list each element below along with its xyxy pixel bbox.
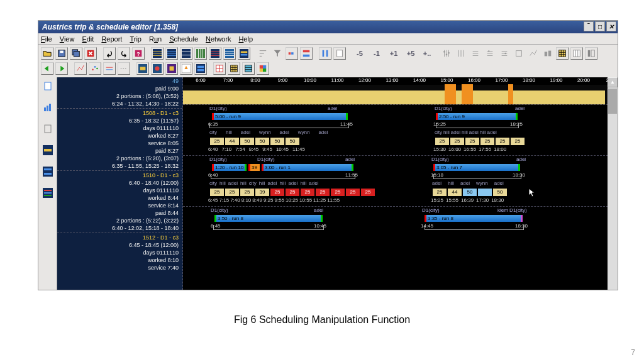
scroll-up-icon[interactable]: ▲ — [608, 77, 618, 87]
wiz2-icon[interactable] — [151, 62, 164, 75]
plus5-icon[interactable]: +5 — [403, 47, 418, 60]
grid-red-icon[interactable] — [213, 62, 226, 75]
scroll-thumb[interactable] — [608, 89, 617, 114]
page-icon[interactable] — [42, 123, 54, 135]
wiz3-icon[interactable] — [165, 62, 178, 75]
timeline3-icon[interactable] — [42, 187, 54, 199]
plusminus-icon[interactable]: +.. — [420, 47, 434, 60]
doc-icon[interactable] — [42, 80, 54, 92]
open-icon[interactable] — [41, 47, 53, 60]
stop-label: adel — [515, 106, 525, 111]
scatter-icon[interactable] — [89, 62, 101, 75]
save-icon[interactable] — [55, 47, 68, 60]
grid2-icon[interactable] — [165, 47, 178, 60]
run-bar[interactable]: 3:05 - run 7 — [433, 164, 520, 171]
arrow-left-icon[interactable] — [41, 62, 53, 75]
grid-multi-icon[interactable] — [257, 62, 269, 75]
grid6-icon[interactable] — [223, 47, 236, 60]
menu-view[interactable]: View — [60, 35, 75, 43]
label: service 8:05 — [57, 140, 182, 147]
svg-rect-33 — [588, 50, 591, 57]
tune8-icon[interactable] — [541, 47, 554, 60]
menu-network[interactable]: Network — [206, 35, 231, 43]
time-ruler: 6:007:008:009:0010:0011:0012:0013:0014:0… — [183, 77, 618, 85]
arrow-right-icon[interactable] — [55, 62, 68, 75]
run-bar[interactable]: 2:50 - run 9 — [436, 113, 518, 120]
grid4-icon[interactable] — [194, 47, 207, 60]
menu-trip[interactable]: Trip — [130, 35, 142, 43]
filter-icon[interactable] — [271, 47, 284, 60]
wiz5-icon[interactable] — [194, 62, 207, 75]
minus1-icon[interactable]: -1 — [369, 47, 384, 60]
color1-icon[interactable] — [286, 47, 298, 60]
tune4-icon[interactable] — [484, 47, 496, 60]
timeline1-icon[interactable] — [42, 144, 54, 156]
grid1-icon[interactable] — [151, 47, 164, 60]
new-doc-icon[interactable] — [333, 47, 346, 60]
plus1-icon[interactable]: +1 — [386, 47, 401, 60]
page-number: 7 — [631, 348, 635, 357]
table1-icon[interactable] — [556, 47, 569, 60]
tune5-icon[interactable] — [498, 47, 511, 60]
undo-icon[interactable] — [103, 47, 116, 60]
delete-icon[interactable] — [84, 47, 97, 60]
grid-table-icon[interactable] — [228, 62, 240, 75]
menu-file[interactable]: File — [41, 35, 52, 43]
tune1-icon[interactable] — [440, 47, 453, 60]
gap-bar[interactable]: 39 — [248, 164, 260, 171]
dots-icon[interactable] — [118, 62, 130, 75]
timeline2-icon[interactable] — [42, 165, 54, 178]
chart-icon[interactable] — [42, 101, 54, 114]
menu-schedule[interactable]: Schedule — [169, 35, 198, 43]
svg-rect-52 — [263, 65, 266, 69]
vertical-scrollbar[interactable]: ▲ — [608, 77, 618, 290]
label: 6:45 - 18:45 (12:00) — [57, 241, 182, 249]
run-bar[interactable]: 3:00 - run 1 — [262, 164, 353, 171]
minus5-icon[interactable]: -5 — [352, 47, 367, 60]
maximize-button[interactable]: □ — [595, 21, 605, 31]
grid3-icon[interactable] — [180, 47, 192, 60]
panel-icon[interactable] — [585, 47, 597, 60]
run-bar[interactable]: 3:50 - run 8 — [214, 215, 323, 222]
table2-icon[interactable] — [570, 47, 583, 60]
wiz1-icon[interactable] — [136, 62, 149, 75]
tune7-icon[interactable] — [527, 47, 540, 60]
help-icon[interactable]: ? — [132, 47, 145, 60]
run-bar[interactable]: 5:00 - run 9 — [212, 113, 348, 120]
redo-icon[interactable] — [118, 47, 130, 60]
label: service 7:40 — [57, 264, 182, 272]
menu-edit[interactable]: Edit — [82, 35, 94, 43]
save-all-icon[interactable] — [70, 47, 82, 60]
lines-icon[interactable] — [103, 62, 116, 75]
menu-run[interactable]: Run — [149, 35, 162, 43]
stop-label: adel — [345, 156, 355, 162]
dwell-boxes: 252525252525 — [435, 138, 525, 145]
menu-report[interactable]: Report — [101, 35, 122, 43]
minimize-button[interactable]: ‾ — [584, 21, 594, 31]
run-bar[interactable]: 3:35 - run 8 — [425, 215, 523, 222]
tune3-icon[interactable] — [469, 47, 482, 60]
run-bar[interactable]: 1:20 - run 10 — [212, 164, 247, 171]
line-plot-icon[interactable] — [74, 62, 87, 75]
row-labels: 49 paid 9:00 2 portions : (5:08), (3:52)… — [57, 77, 183, 290]
tune2-icon[interactable] — [455, 47, 467, 60]
wiz4-icon[interactable] — [180, 62, 192, 75]
grid5-icon[interactable] — [209, 47, 221, 60]
color2-icon[interactable] — [300, 47, 313, 60]
close-button[interactable]: ✕ — [606, 21, 616, 31]
timeline-area[interactable]: 6:007:008:009:0010:0011:0012:0013:0014:0… — [183, 77, 618, 290]
svg-rect-47 — [197, 69, 204, 72]
schedule-canvas[interactable]: 49 paid 9:00 2 portions : (5:08), (3:52)… — [57, 77, 618, 290]
tune6-icon[interactable] — [513, 47, 525, 60]
grid7-icon[interactable] — [238, 47, 250, 60]
svg-rect-45 — [196, 64, 205, 73]
bars-icon[interactable] — [319, 47, 331, 60]
grid-cyan-icon[interactable] — [242, 62, 255, 75]
svg-rect-17 — [291, 52, 294, 55]
stop-label: adel — [516, 156, 526, 162]
svg-rect-59 — [45, 125, 51, 133]
group-1510: 1510 - D1 - c3 — [57, 172, 182, 179]
svg-rect-13 — [240, 49, 248, 58]
menu-help[interactable]: Help — [238, 35, 253, 43]
sort-icon[interactable] — [257, 47, 269, 60]
